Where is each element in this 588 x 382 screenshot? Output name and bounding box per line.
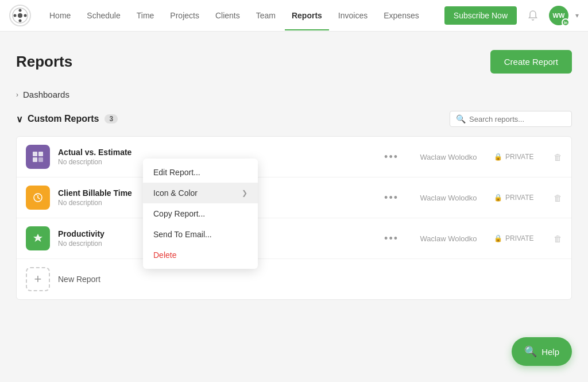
context-send-email[interactable]: Send To Email... — [143, 224, 258, 245]
navbar: Home Schedule Time Projects Clients Team… — [0, 0, 588, 32]
search-icon: 🔍 — [456, 114, 466, 124]
avatar-chevron[interactable]: ▾ — [575, 11, 579, 20]
svg-rect-7 — [38, 152, 43, 156]
help-circle-icon: 🔍 — [524, 345, 537, 358]
report-dots-actual-vs-estimate[interactable]: ••• — [380, 149, 403, 165]
custom-reports-label: Custom Reports — [28, 114, 99, 124]
nav-invoices[interactable]: Invoices — [331, 7, 374, 24]
dashboards-section[interactable]: › Dashboards — [16, 90, 572, 99]
context-copy-report[interactable]: Copy Report... — [143, 203, 258, 224]
context-icon-color-label: Icon & Color — [153, 188, 198, 198]
report-icon-client-billable-time — [26, 186, 50, 210]
report-owner-client-billable-time: Waclaw Wolodko — [411, 194, 486, 202]
svg-point-2 — [19, 9, 22, 12]
custom-reports-header: ∨ Custom Reports 3 🔍 — [16, 111, 572, 127]
subscribe-button[interactable]: Subscribe Now — [444, 6, 517, 25]
report-privacy-client-billable-time: 🔒 PRIVATE — [494, 194, 546, 202]
report-trash-actual-vs-estimate[interactable]: 🗑 — [554, 152, 562, 162]
search-box[interactable]: 🔍 — [450, 111, 572, 127]
nav-time[interactable]: Time — [130, 7, 161, 24]
dashboards-label: Dashboards — [23, 90, 69, 99]
create-report-button[interactable]: Create Report — [490, 50, 572, 74]
section-collapse-icon: ∨ — [16, 114, 23, 125]
app-logo[interactable] — [9, 5, 31, 26]
notifications-icon[interactable] — [524, 6, 542, 25]
context-icon-color[interactable]: Icon & Color ❯ — [143, 183, 258, 203]
report-item-actual-vs-estimate: Actual vs. Estimate No description ••• E… — [17, 137, 571, 178]
report-trash-client-billable-time[interactable]: 🗑 — [554, 193, 562, 203]
context-icon-color-chevron: ❯ — [242, 189, 247, 197]
nav-reports[interactable]: Reports — [285, 7, 329, 24]
page-header: Reports Create Report — [16, 50, 572, 74]
nav-links: Home Schedule Time Projects Clients Team… — [42, 7, 444, 24]
help-button[interactable]: 🔍 Help — [512, 337, 572, 366]
avatar[interactable]: WW In — [549, 6, 568, 25]
lock-icon-1: 🔒 — [494, 153, 502, 161]
custom-reports-toggle[interactable]: ∨ Custom Reports — [16, 114, 99, 125]
report-name-actual-vs-estimate: Actual vs. Estimate — [58, 148, 372, 157]
nav-expenses[interactable]: Expenses — [377, 7, 425, 24]
plus-icon: + — [34, 272, 42, 287]
svg-rect-9 — [38, 157, 43, 162]
main-content: Reports Create Report › Dashboards ∨ Cus… — [7, 32, 581, 318]
report-owner-productivity: Waclaw Wolodko — [411, 234, 486, 243]
search-input[interactable] — [469, 115, 566, 124]
svg-rect-8 — [33, 157, 37, 162]
context-menu: Edit Report... Icon & Color ❯ Copy Repor… — [143, 159, 258, 269]
new-report-icon: + — [26, 267, 50, 291]
section-title-group: ∨ Custom Reports 3 — [16, 114, 118, 125]
navbar-right: Subscribe Now WW In ▾ — [444, 6, 579, 25]
report-privacy-productivity: 🔒 PRIVATE — [494, 234, 546, 242]
lock-icon-2: 🔒 — [494, 194, 502, 202]
report-dots-client-billable-time[interactable]: ••• — [380, 190, 403, 206]
svg-point-1 — [18, 13, 22, 18]
dashboards-chevron-icon: › — [16, 91, 18, 99]
report-dots-productivity[interactable]: ••• — [380, 230, 403, 247]
svg-point-4 — [14, 14, 17, 17]
avatar-badge: In — [562, 18, 570, 26]
nav-projects[interactable]: Projects — [163, 7, 206, 24]
lock-icon-3: 🔒 — [494, 234, 502, 242]
svg-point-5 — [24, 14, 27, 17]
new-report-label: New Report — [58, 275, 100, 284]
page-title: Reports — [16, 53, 72, 71]
custom-reports-count: 3 — [105, 114, 118, 124]
context-edit-report[interactable]: Edit Report... — [143, 162, 258, 183]
nav-clients[interactable]: Clients — [208, 7, 247, 24]
svg-rect-6 — [33, 152, 37, 156]
report-list: Actual vs. Estimate No description ••• E… — [16, 136, 572, 300]
report-privacy-actual-vs-estimate: 🔒 PRIVATE — [494, 153, 546, 161]
footer-area — [0, 318, 588, 376]
report-trash-productivity[interactable]: 🗑 — [554, 234, 562, 244]
svg-point-3 — [19, 20, 22, 22]
new-report-item[interactable]: + New Report — [17, 259, 571, 299]
nav-team[interactable]: Team — [249, 7, 283, 24]
report-owner-actual-vs-estimate: Waclaw Wolodko — [411, 153, 486, 161]
nav-schedule[interactable]: Schedule — [80, 7, 127, 24]
report-item-client-billable-time: Client Billable Time No description ••• … — [17, 178, 571, 218]
report-icon-productivity — [26, 226, 50, 250]
report-icon-actual-vs-estimate — [26, 145, 50, 169]
report-item-productivity: Productivity No description ••• Waclaw W… — [17, 218, 571, 259]
help-label: Help — [541, 347, 559, 357]
context-delete[interactable]: Delete — [143, 245, 258, 265]
nav-home[interactable]: Home — [42, 7, 78, 24]
